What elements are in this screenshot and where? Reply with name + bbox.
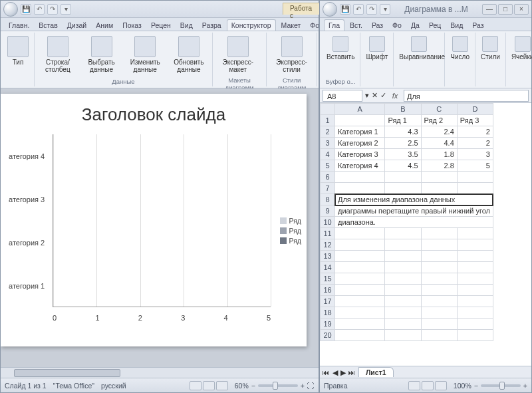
cell[interactable]: Категория 3 bbox=[335, 149, 385, 160]
row-header[interactable]: 17 bbox=[321, 296, 335, 307]
zoom-in-icon[interactable]: + bbox=[301, 382, 305, 390]
tab-6[interactable]: Вид bbox=[446, 20, 467, 31]
cell[interactable] bbox=[335, 251, 385, 262]
cell[interactable] bbox=[385, 296, 421, 307]
refresh-data-button[interactable]: Обновить данные bbox=[168, 34, 209, 75]
cell[interactable] bbox=[421, 239, 457, 251]
cell[interactable]: 1.8 bbox=[421, 149, 457, 160]
cell[interactable] bbox=[335, 285, 385, 296]
qat-dropdown-icon[interactable]: ▾ bbox=[380, 4, 390, 15]
sheet-nav-next-icon[interactable]: ▶ bbox=[340, 368, 346, 376]
cell[interactable] bbox=[421, 330, 457, 341]
cell[interactable]: 2.8 bbox=[421, 160, 457, 172]
save-icon[interactable]: 💾 bbox=[21, 4, 31, 15]
row-header[interactable]: 19 bbox=[321, 319, 335, 330]
row-header[interactable]: 12 bbox=[321, 239, 335, 251]
cell[interactable] bbox=[421, 307, 457, 319]
cell[interactable]: 5 bbox=[457, 160, 493, 172]
cell[interactable] bbox=[421, 172, 457, 183]
zoom-slider[interactable] bbox=[481, 384, 521, 387]
cell[interactable] bbox=[385, 251, 421, 262]
cells-button[interactable]: Ячейки bbox=[509, 34, 532, 63]
cell[interactable] bbox=[421, 228, 457, 239]
row-header[interactable]: 10 bbox=[321, 217, 335, 228]
office-button-icon[interactable] bbox=[323, 2, 337, 17]
cell-grid[interactable]: ABCD1Ряд 1Ряд 2Ряд 32Категория 14.32.423… bbox=[320, 103, 531, 366]
cell[interactable] bbox=[421, 183, 457, 194]
tab-рецен[interactable]: Рецен bbox=[147, 20, 175, 31]
tab-1[interactable]: Вст. bbox=[346, 20, 366, 31]
cell[interactable] bbox=[385, 239, 421, 251]
cell[interactable] bbox=[421, 251, 457, 262]
row-header[interactable]: 15 bbox=[321, 273, 335, 285]
cell[interactable] bbox=[421, 273, 457, 285]
zoom-level[interactable]: 60% bbox=[235, 382, 249, 390]
cell[interactable]: Категория 1 bbox=[335, 126, 385, 138]
cell[interactable] bbox=[421, 285, 457, 296]
zoom-out-icon[interactable]: − bbox=[251, 382, 255, 390]
cell[interactable]: 3 bbox=[457, 149, 493, 160]
tab-5[interactable]: Рец bbox=[425, 20, 445, 31]
cell[interactable] bbox=[385, 285, 421, 296]
type-button[interactable]: Тип bbox=[5, 34, 31, 68]
tab-вид[interactable]: Вид bbox=[176, 20, 197, 31]
cell[interactable] bbox=[385, 319, 421, 330]
row-header[interactable]: 7 bbox=[321, 183, 335, 194]
cell[interactable] bbox=[457, 183, 493, 194]
paste-button[interactable]: Вставить bbox=[324, 34, 357, 63]
tab-встав[interactable]: Встав bbox=[35, 20, 61, 31]
namebox-dropdown-icon[interactable]: ▾ bbox=[365, 91, 369, 100]
cell[interactable] bbox=[335, 262, 385, 273]
office-button-icon[interactable] bbox=[3, 2, 18, 17]
fx-icon[interactable]: fx bbox=[389, 92, 401, 100]
cell[interactable] bbox=[385, 172, 421, 183]
cell[interactable]: 3.5 bbox=[385, 149, 421, 160]
font-button[interactable]: Шрифт bbox=[363, 34, 390, 63]
col-header[interactable]: D bbox=[457, 104, 493, 115]
cell[interactable] bbox=[457, 273, 493, 285]
select-data-button[interactable]: Выбрать данные bbox=[81, 34, 122, 75]
cell[interactable]: диаграммы перетащите правый нижний угол bbox=[335, 205, 493, 217]
cell[interactable] bbox=[335, 307, 385, 319]
cell[interactable]: 2.5 bbox=[385, 138, 421, 149]
cell[interactable] bbox=[457, 172, 493, 183]
slide-title[interactable]: Заголовок слайда bbox=[9, 104, 299, 125]
cell[interactable] bbox=[335, 239, 385, 251]
row-header[interactable]: 20 bbox=[321, 330, 335, 341]
number-button[interactable]: Число bbox=[448, 34, 472, 63]
row-header[interactable]: 2 bbox=[321, 126, 335, 138]
cell[interactable] bbox=[457, 251, 493, 262]
row-header[interactable]: 5 bbox=[321, 160, 335, 172]
tab-4[interactable]: Да bbox=[407, 20, 424, 31]
close-icon[interactable]: × bbox=[514, 4, 529, 15]
cell[interactable] bbox=[335, 273, 385, 285]
sheet-tab[interactable]: Лист1 bbox=[358, 367, 394, 377]
tab-дизай[interactable]: Дизай bbox=[63, 20, 91, 31]
tab-2[interactable]: Раз bbox=[368, 20, 387, 31]
sorter-view-icon[interactable] bbox=[203, 381, 215, 390]
cell[interactable] bbox=[385, 330, 421, 341]
row-header[interactable]: 9 bbox=[321, 205, 335, 217]
cell[interactable] bbox=[385, 262, 421, 273]
row-header[interactable]: 1 bbox=[321, 115, 335, 126]
select-all-cell[interactable] bbox=[321, 104, 335, 115]
tab-конструктор[interactable]: Конструктор bbox=[227, 19, 276, 31]
language-indicator[interactable]: русский bbox=[101, 382, 126, 390]
tab-0[interactable]: Гла bbox=[324, 19, 344, 31]
cell[interactable]: Ряд 3 bbox=[457, 115, 493, 126]
normal-view-icon[interactable] bbox=[408, 381, 420, 390]
tab-3[interactable]: Фо bbox=[388, 20, 406, 31]
undo-icon[interactable]: ↶ bbox=[34, 4, 45, 15]
cell[interactable]: Категория 2 bbox=[335, 138, 385, 149]
cell[interactable] bbox=[421, 296, 457, 307]
page-break-view-icon[interactable] bbox=[435, 381, 447, 390]
cell[interactable]: Ряд 1 bbox=[385, 115, 421, 126]
cell[interactable] bbox=[457, 307, 493, 319]
cell[interactable]: 4.4 bbox=[421, 138, 457, 149]
undo-icon[interactable]: ↶ bbox=[353, 4, 364, 15]
quick-styles-button[interactable]: Экспресс-стили bbox=[269, 34, 314, 75]
cell[interactable] bbox=[421, 262, 457, 273]
cell[interactable]: Для изменения диапазона данных bbox=[335, 194, 493, 205]
row-header[interactable]: 4 bbox=[321, 149, 335, 160]
row-header[interactable]: 3 bbox=[321, 138, 335, 149]
